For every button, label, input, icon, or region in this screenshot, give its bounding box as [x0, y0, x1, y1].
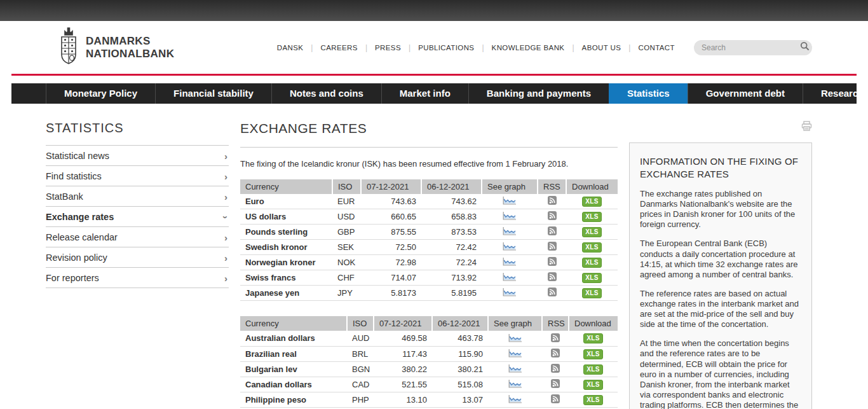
xls-download-button[interactable]: XLS: [583, 349, 602, 359]
rate-current-cell: 875.55: [361, 225, 421, 240]
utility-link-press[interactable]: PRESS: [367, 44, 409, 52]
graph-icon[interactable]: [508, 349, 522, 359]
nav-item-statistics[interactable]: Statistics: [609, 83, 688, 104]
rss-cell: [538, 255, 566, 270]
graph-icon[interactable]: [508, 333, 522, 344]
graph-icon[interactable]: [503, 272, 517, 283]
utility-link-contact[interactable]: CONTACT: [630, 44, 682, 52]
download-cell: XLS: [569, 361, 618, 377]
sidebar-item-exchange-rates[interactable]: Exchange rates›: [46, 207, 229, 227]
rss-icon[interactable]: [548, 196, 557, 207]
rss-icon[interactable]: [548, 226, 557, 237]
see-graph-cell: [482, 286, 538, 301]
xls-download-button[interactable]: XLS: [583, 333, 602, 343]
utility-link-publications[interactable]: PUBLICATIONS: [410, 44, 482, 52]
rate-current-cell: 743.63: [361, 194, 421, 209]
graph-icon[interactable]: [503, 196, 517, 207]
iso-code-cell: PHP: [347, 392, 374, 407]
nav-item-notes-and-coins[interactable]: Notes and coins: [271, 83, 381, 104]
column-header-rss: RSS: [538, 179, 566, 194]
graph-icon[interactable]: [503, 288, 517, 298]
iso-code-cell: SEK: [332, 240, 361, 255]
xls-download-button[interactable]: XLS: [582, 258, 601, 268]
search-box[interactable]: [694, 40, 812, 55]
graph-icon[interactable]: [503, 211, 517, 222]
xls-download-button[interactable]: XLS: [582, 197, 601, 207]
nav-item-market-info[interactable]: Market info: [381, 83, 468, 104]
sidebar: STATISTICS Statistical news›Find statist…: [46, 121, 229, 288]
graph-icon[interactable]: [508, 364, 522, 375]
iso-code-cell: GBP: [332, 225, 361, 240]
xls-download-button[interactable]: XLS: [582, 273, 601, 283]
nav-item-government-debt[interactable]: Government debt: [688, 83, 803, 104]
column-header-06-12-2021: 06-12-2021: [421, 179, 482, 194]
xls-download-button[interactable]: XLS: [582, 288, 601, 298]
sidebar-item-label: Revision policy: [46, 253, 107, 263]
nav-item-financial-stability[interactable]: Financial stability: [155, 83, 271, 104]
printer-icon[interactable]: [801, 121, 812, 134]
see-graph-cell: [482, 209, 538, 225]
rss-icon[interactable]: [551, 333, 560, 344]
rss-icon[interactable]: [548, 288, 557, 298]
table-row: Canadian dollarsCAD521.55515.08XLS: [240, 377, 618, 392]
download-cell: XLS: [566, 255, 618, 270]
rss-cell: [542, 346, 569, 361]
xls-download-button[interactable]: XLS: [582, 242, 601, 253]
info-paragraph: The European Central Bank (ECB) conducts…: [640, 239, 801, 279]
utility-link-dansk[interactable]: DANSK: [269, 44, 311, 52]
sidebar-item-find-statistics[interactable]: Find statistics›: [46, 166, 229, 186]
rss-icon[interactable]: [548, 211, 557, 222]
info-column: INFORMATION ON THE FIXING OF EXCHANGE RA…: [629, 121, 812, 409]
rss-icon[interactable]: [548, 242, 557, 253]
iso-code-cell: CAD: [347, 377, 374, 392]
exchange-rates-table-2: CurrencyISO07-12-202106-12-2021See graph…: [240, 316, 618, 409]
graph-icon[interactable]: [503, 226, 517, 237]
nav-item-research[interactable]: Research: [803, 83, 868, 104]
sidebar-item-statistical-news[interactable]: Statistical news›: [46, 146, 229, 166]
table-row: EuroEUR743.63743.62XLS: [240, 194, 618, 209]
info-paragraph: The reference rates are based on actual …: [640, 289, 801, 329]
rate-previous-cell: 743.62: [421, 194, 482, 209]
sidebar-item-revision-policy[interactable]: Revision policy›: [46, 247, 229, 268]
rate-current-cell: 521.55: [374, 377, 432, 392]
column-header-rss: RSS: [542, 316, 569, 331]
rss-icon[interactable]: [548, 257, 557, 268]
utility-link-knowledge-bank[interactable]: KNOWLEDGE BANK: [484, 44, 573, 52]
xls-download-button[interactable]: XLS: [582, 212, 601, 222]
currency-name-cell: Philippine peso: [240, 392, 347, 407]
xls-download-button[interactable]: XLS: [582, 227, 601, 237]
xls-download-button[interactable]: XLS: [583, 364, 602, 375]
table-row: Swedish kronorSEK72.5072.42XLS: [240, 240, 618, 255]
graph-icon[interactable]: [508, 394, 522, 405]
column-header-currency: Currency: [240, 179, 332, 194]
rss-icon[interactable]: [551, 394, 560, 405]
currency-name-cell: Australian dollars: [240, 331, 347, 346]
sidebar-item-for-reporters[interactable]: For reporters›: [46, 268, 229, 288]
nav-item-monetary-policy[interactable]: Monetary Policy: [46, 83, 155, 104]
rss-icon[interactable]: [548, 272, 557, 283]
search-icon[interactable]: [800, 41, 810, 53]
sidebar-item-statbank[interactable]: StatBank›: [46, 186, 229, 207]
sidebar-item-label: Find statistics: [46, 171, 102, 181]
rss-icon[interactable]: [551, 364, 560, 375]
column-header-iso: ISO: [347, 316, 374, 331]
download-cell: XLS: [566, 209, 618, 225]
currency-name-cell: Norwegian kroner: [240, 255, 332, 270]
graph-icon[interactable]: [508, 379, 522, 390]
xls-download-button[interactable]: XLS: [583, 380, 602, 390]
xls-download-button[interactable]: XLS: [583, 395, 602, 405]
info-panel: INFORMATION ON THE FIXING OF EXCHANGE RA…: [629, 142, 812, 409]
download-cell: XLS: [569, 346, 618, 361]
search-input[interactable]: [702, 43, 800, 52]
currency-name-cell: Bulgarian lev: [240, 361, 347, 377]
nav-item-banking-and-payments[interactable]: Banking and payments: [468, 83, 609, 104]
graph-icon[interactable]: [503, 257, 517, 268]
graph-icon[interactable]: [503, 242, 517, 253]
brand-logo[interactable]: DANMARKS NATIONALBANK: [57, 27, 174, 68]
rate-previous-cell: 515.08: [432, 377, 488, 392]
rss-icon[interactable]: [551, 379, 560, 390]
sidebar-item-release-calendar[interactable]: Release calendar›: [46, 227, 229, 247]
rss-icon[interactable]: [551, 349, 560, 359]
utility-link-careers[interactable]: CAREERS: [313, 44, 365, 52]
utility-link-about-us[interactable]: ABOUT US: [574, 44, 629, 52]
